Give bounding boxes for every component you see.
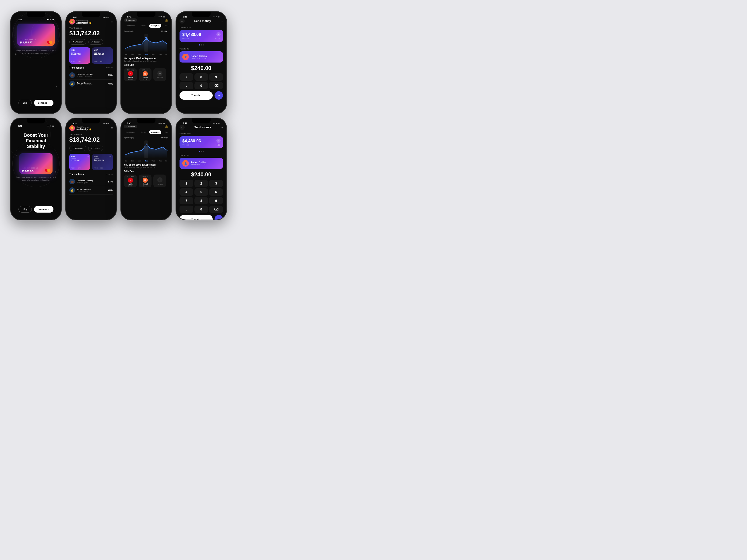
tx-name-1: Business Funding [77,73,106,75]
card-more-3[interactable]: ··· [87,155,89,158]
key-8-2[interactable]: 8 [195,197,208,205]
card-more-1[interactable]: ··· [87,49,89,51]
day-tue-2[interactable]: Tue [145,160,148,162]
card-dots [180,44,223,46]
tab-recurring[interactable]: Recurring [163,24,168,28]
tab-analytics-2[interactable]: Analytics [149,130,161,134]
key-1-2[interactable]: 1 [180,180,193,187]
tx-meta-4: 40% [108,189,113,192]
card-balance-1: $1,329.02 [71,53,88,55]
continue-button[interactable]: Continue → [34,100,53,106]
back-button-2[interactable]: ← [180,125,185,130]
tab-cards-2[interactable]: Cards [139,130,147,134]
visa-label-2: VISA [94,49,98,51]
card-3[interactable]: VISA ··· Balance $1,329.02 **2141 02/28 [69,154,90,170]
card-1[interactable]: VISA ··· Balance $1,329.02 **2141 02/28 [69,47,90,64]
time-3: 9:41 [127,16,131,18]
tx-icon-3: 💼 [69,179,75,184]
cell-onboard-2: 9:41 ▪▪▪ ≈ ▭ Boost YourFinancialStabilit… [8,116,63,222]
key-6-2[interactable]: 6 [209,188,223,196]
key-2-2[interactable]: 2 [195,180,208,187]
tab-analytics[interactable]: Analytics [149,24,161,28]
transfer-button[interactable]: Transfer [180,91,213,100]
card-more-2[interactable]: ··· [109,49,111,51]
to-card[interactable]: 👤 Robert Collins Wellby Bank .... 8132 [180,51,223,62]
to-label-2: Transfer To [180,154,223,156]
card-amount: $62,358.77 [20,41,32,44]
deposit-button-2[interactable]: ↙ Deposit [88,145,103,151]
deposit-button[interactable]: ↙ Deposit [88,39,103,45]
skip-button[interactable]: Skip [19,100,32,106]
continue-button-2[interactable]: Continue → [34,206,53,213]
tab-rec-2[interactable]: Recurring [163,130,168,134]
transfer-arrow-button[interactable]: → [214,91,223,100]
tab-dash-2[interactable]: Dashboard [124,130,137,134]
weekly-selector[interactable]: Weekly ▾ [161,30,168,32]
from-card-2[interactable]: $4,480.06 ***5436 04/26 ✓ [180,136,223,149]
transfer-button-2[interactable]: Transfer [180,215,213,219]
key-7[interactable]: 7 [180,73,193,81]
notch-5 [27,118,45,124]
cell-dashboard-2: 9:41 ▪▪▪ ≈ ▭ 😊 Good Morning, Asal Design… [63,116,119,222]
cell-send-2: 9:41 ▪▪▪ ≈ ▭ ← Send money ··· Transfer f… [174,116,229,222]
key-7-2[interactable]: 7 [180,197,193,205]
from-card[interactable]: $4,480.06 ***5436 04/26 ✓ [180,30,223,42]
card-4[interactable]: VISA ··· Balance $12,413.00 **4291 01/2 [92,154,113,170]
cell-send-1: 9:41 ▪▪▪ ≈ ▭ ← Send money ··· Transfer f… [174,9,229,116]
status-bar-5: 9:41 ▪▪▪ ≈ ▭ [15,123,57,128]
key-0[interactable]: 0 [195,82,208,89]
day-tue[interactable]: Tue [145,54,148,55]
key-8[interactable]: 8 [195,73,208,81]
status-right-7: ▪▪▪ ≈ ▭ [158,122,165,124]
tab-cards[interactable]: Cards [139,24,147,28]
skip-button-2[interactable]: Skip [19,206,32,213]
tab-dashboard[interactable]: Dashboard [124,24,137,28]
withdraw-button[interactable]: ↗ With draw [69,39,86,45]
phone-send-2: 9:41 ▪▪▪ ≈ ▭ ← Send money ··· Transfer f… [176,117,227,220]
card-2[interactable]: VISA ··· Balance $12,413.00 **4291 01/2 [92,47,113,64]
tx-name-3: Business Funding [77,180,106,182]
more-button[interactable]: ··· [221,19,223,23]
key-9-2[interactable]: 9 [209,197,223,205]
view-all[interactable]: View all [106,67,113,69]
time-8: 9:41 [183,122,187,124]
back-button[interactable]: ← [180,19,185,24]
phone-send-1: 9:41 ▪▪▪ ≈ ▭ ← Send money ··· Transfer f… [176,11,227,114]
from-card-number: ***5436 [182,37,189,40]
refresh-icon: ↻ [126,19,127,21]
day-mon-2: Mon [138,160,141,162]
menu-icon-2[interactable]: ≡ [111,127,113,130]
withdraw-button-2[interactable]: ↗ With draw [69,145,86,151]
weekly-selector-2[interactable]: Weekly ▾ [161,136,168,139]
view-all-2[interactable]: View all [106,173,113,175]
transfer-arrow-button-2[interactable]: → [214,215,223,219]
bill-price-4: $11.00 [143,185,147,187]
key-9[interactable]: 9 [209,73,223,81]
from-label: Transfer from [180,26,223,28]
netflix-icon: N [128,71,133,76]
analytics-screen-1: 9:41 ▪▪▪ ≈ ▭ ↻ Balance 🔔 Dashboard Cards [121,12,171,113]
key-dot[interactable]: . [180,82,193,89]
key-backspace[interactable]: ⌫ [209,82,223,89]
bills-section-2: Bills Due 13th Aug N Netflix $50.00 15th… [124,170,168,187]
bills-title-2: Bills Due [124,170,168,173]
key-3-2[interactable]: 3 [209,180,223,187]
bell-icon[interactable]: 🔔 [165,19,168,22]
menu-icon[interactable]: ≡ [111,20,113,23]
from-amount: $4,480.06 [182,32,220,37]
transaction-item-2: 💰 Top-up Balance ↗ 5.05% $ 8,649.87 40% [69,80,113,88]
key-bs-2[interactable]: ⌫ [209,206,223,213]
to-card-2[interactable]: 👤 Robert Collins Wellby Bank .... 8132 [180,158,223,169]
add-bill-button[interactable]: + Add a bill [153,68,166,81]
bell-icon-2[interactable]: 🔔 [165,125,168,128]
add-bill-button-2[interactable]: + Add a bill [153,175,166,187]
card-more-4[interactable]: ··· [109,155,111,158]
key-dot-2[interactable]: . [180,206,193,213]
visa-4: VISA [94,156,98,157]
key-0-2[interactable]: 0 [195,206,208,213]
key-5-2[interactable]: 5 [195,188,208,196]
numpad-2: 1 2 3 4 5 6 7 8 9 . 0 ⌫ [180,180,223,213]
greeting-area: 😊 Good Morning, Asal Design 👋 [69,19,92,25]
more-button-2[interactable]: ··· [221,126,223,129]
key-4-2[interactable]: 4 [180,188,193,196]
